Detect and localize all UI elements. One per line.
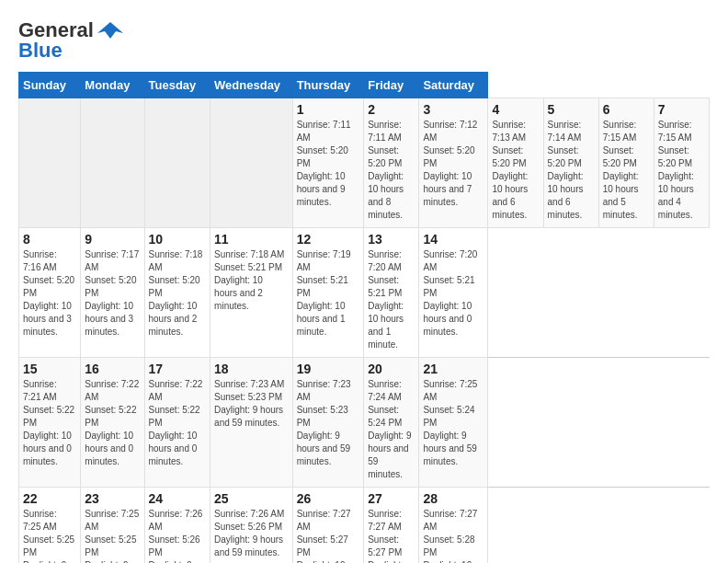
day-number: 14: [423, 232, 483, 247]
day-number: 21: [423, 362, 483, 376]
day-number: 9: [85, 232, 140, 247]
day-number: 26: [297, 491, 360, 506]
day-number: 17: [149, 362, 207, 376]
calendar-cell: 25 Sunrise: 7:26 AMSunset: 5:26 PMDaylig…: [210, 488, 293, 564]
day-number: 27: [368, 491, 415, 506]
calendar-week-row: 15 Sunrise: 7:21 AMSunset: 5:22 PMDaylig…: [19, 358, 710, 488]
day-number: 12: [297, 232, 360, 247]
svg-marker-0: [97, 22, 123, 39]
day-number: 3: [423, 102, 483, 117]
header-friday: Friday: [364, 73, 419, 98]
header-sunday: Sunday: [19, 73, 81, 98]
day-info: Sunrise: 7:13 AMSunset: 5:20 PMDaylight:…: [492, 119, 539, 222]
day-info: Sunrise: 7:20 AMSunset: 5:21 PMDaylight:…: [423, 248, 483, 339]
header-thursday: Thursday: [292, 73, 364, 98]
calendar-cell: 11 Sunrise: 7:18 AMSunset: 5:21 PMDaylig…: [210, 228, 293, 358]
calendar-cell: 10 Sunrise: 7:18 AMSunset: 5:20 PMDaylig…: [144, 228, 210, 358]
calendar-cell: 26 Sunrise: 7:27 AMSunset: 5:27 PMDaylig…: [292, 488, 364, 564]
calendar-header-row: SundayMondayTuesdayWednesdayThursdayFrid…: [19, 73, 710, 98]
day-number: 18: [214, 362, 289, 376]
day-number: 1: [297, 102, 360, 117]
header-wednesday: Wednesday: [210, 73, 293, 98]
day-number: 13: [368, 232, 415, 247]
calendar-cell: 6 Sunrise: 7:15 AMSunset: 5:20 PMDayligh…: [598, 98, 654, 228]
page-header: General Blue: [18, 18, 710, 63]
calendar-cell: 13 Sunrise: 7:20 AMSunset: 5:21 PMDaylig…: [364, 228, 419, 358]
day-info: Sunrise: 7:23 AMSunset: 5:23 PMDaylight:…: [214, 378, 289, 430]
day-info: Sunrise: 7:24 AMSunset: 5:24 PMDaylight:…: [368, 378, 415, 481]
day-info: Sunrise: 7:22 AMSunset: 5:22 PMDaylight:…: [85, 378, 140, 468]
calendar-cell: 24 Sunrise: 7:26 AMSunset: 5:26 PMDaylig…: [144, 488, 210, 564]
calendar-cell: 7 Sunrise: 7:15 AMSunset: 5:20 PMDayligh…: [654, 98, 709, 228]
calendar-cell: [210, 98, 293, 228]
calendar-cell: 22 Sunrise: 7:25 AMSunset: 5:25 PMDaylig…: [19, 488, 81, 564]
day-info: Sunrise: 7:11 AMSunset: 5:20 PMDaylight:…: [297, 119, 360, 209]
calendar-cell: 2 Sunrise: 7:11 AMSunset: 5:20 PMDayligh…: [364, 98, 419, 228]
day-info: Sunrise: 7:27 AMSunset: 5:27 PMDaylight:…: [297, 508, 360, 563]
day-number: 7: [658, 102, 705, 117]
calendar-cell: 14 Sunrise: 7:20 AMSunset: 5:21 PMDaylig…: [419, 228, 488, 358]
calendar-week-row: 1 Sunrise: 7:11 AMSunset: 5:20 PMDayligh…: [19, 98, 710, 228]
calendar-cell: 9 Sunrise: 7:17 AMSunset: 5:20 PMDayligh…: [81, 228, 144, 358]
calendar-cell: 28 Sunrise: 7:27 AMSunset: 5:28 PMDaylig…: [419, 488, 488, 564]
day-number: 20: [368, 362, 415, 376]
calendar-week-row: 22 Sunrise: 7:25 AMSunset: 5:25 PMDaylig…: [19, 488, 710, 564]
day-number: 4: [492, 102, 539, 117]
day-info: Sunrise: 7:25 AMSunset: 5:25 PMDaylight:…: [85, 508, 140, 563]
calendar-cell: 17 Sunrise: 7:22 AMSunset: 5:22 PMDaylig…: [144, 358, 210, 488]
day-info: Sunrise: 7:25 AMSunset: 5:25 PMDaylight:…: [23, 508, 76, 563]
calendar-cell: 1 Sunrise: 7:11 AMSunset: 5:20 PMDayligh…: [292, 98, 364, 228]
day-number: 5: [548, 102, 595, 117]
day-number: 11: [214, 232, 289, 247]
header-monday: Monday: [81, 73, 144, 98]
calendar-cell: 18 Sunrise: 7:23 AMSunset: 5:23 PMDaylig…: [210, 358, 293, 488]
calendar-cell: 12 Sunrise: 7:19 AMSunset: 5:21 PMDaylig…: [292, 228, 364, 358]
day-info: Sunrise: 7:15 AMSunset: 5:20 PMDaylight:…: [603, 119, 650, 222]
day-info: Sunrise: 7:16 AMSunset: 5:20 PMDaylight:…: [23, 248, 76, 339]
day-number: 23: [85, 491, 140, 506]
day-info: Sunrise: 7:14 AMSunset: 5:20 PMDaylight:…: [548, 119, 595, 222]
day-number: 15: [23, 362, 76, 376]
day-number: 8: [23, 232, 76, 247]
day-info: Sunrise: 7:20 AMSunset: 5:21 PMDaylight:…: [368, 248, 415, 351]
calendar-cell: [19, 98, 81, 228]
day-info: Sunrise: 7:22 AMSunset: 5:22 PMDaylight:…: [149, 378, 207, 468]
day-number: 10: [149, 232, 207, 247]
day-number: 28: [423, 491, 483, 506]
calendar-cell: 4 Sunrise: 7:13 AMSunset: 5:20 PMDayligh…: [488, 98, 543, 228]
calendar-cell: [144, 98, 210, 228]
day-number: 22: [23, 491, 76, 506]
logo: General Blue: [18, 18, 123, 63]
day-info: Sunrise: 7:19 AMSunset: 5:21 PMDaylight:…: [297, 248, 360, 339]
day-number: 19: [297, 362, 360, 376]
calendar-week-row: 8 Sunrise: 7:16 AMSunset: 5:20 PMDayligh…: [19, 228, 710, 358]
calendar-cell: 20 Sunrise: 7:24 AMSunset: 5:24 PMDaylig…: [364, 358, 419, 488]
header-saturday: Saturday: [419, 73, 488, 98]
day-number: 25: [214, 491, 289, 506]
day-info: Sunrise: 7:27 AMSunset: 5:27 PMDaylight:…: [368, 508, 415, 563]
day-info: Sunrise: 7:23 AMSunset: 5:23 PMDaylight:…: [297, 378, 360, 468]
calendar-cell: 5 Sunrise: 7:14 AMSunset: 5:20 PMDayligh…: [543, 98, 598, 228]
day-info: Sunrise: 7:21 AMSunset: 5:22 PMDaylight:…: [23, 378, 76, 468]
calendar-cell: 3 Sunrise: 7:12 AMSunset: 5:20 PMDayligh…: [419, 98, 488, 228]
calendar-table: SundayMondayTuesdayWednesdayThursdayFrid…: [18, 72, 710, 563]
logo-blue: Blue: [18, 39, 63, 63]
day-info: Sunrise: 7:17 AMSunset: 5:20 PMDaylight:…: [85, 248, 140, 339]
day-info: Sunrise: 7:11 AMSunset: 5:20 PMDaylight:…: [368, 119, 415, 222]
day-info: Sunrise: 7:18 AMSunset: 5:20 PMDaylight:…: [149, 248, 207, 339]
day-info: Sunrise: 7:18 AMSunset: 5:21 PMDaylight:…: [214, 248, 289, 313]
day-number: 16: [85, 362, 140, 376]
logo-bird-icon: [97, 20, 123, 40]
calendar-cell: 8 Sunrise: 7:16 AMSunset: 5:20 PMDayligh…: [19, 228, 81, 358]
day-info: Sunrise: 7:12 AMSunset: 5:20 PMDaylight:…: [423, 119, 483, 209]
day-number: 2: [368, 102, 415, 117]
day-number: 6: [603, 102, 650, 117]
calendar-cell: 15 Sunrise: 7:21 AMSunset: 5:22 PMDaylig…: [19, 358, 81, 488]
day-number: 24: [149, 491, 207, 506]
calendar-cell: [81, 98, 144, 228]
day-info: Sunrise: 7:15 AMSunset: 5:20 PMDaylight:…: [658, 119, 705, 222]
header-tuesday: Tuesday: [144, 73, 210, 98]
calendar-cell: 19 Sunrise: 7:23 AMSunset: 5:23 PMDaylig…: [292, 358, 364, 488]
calendar-cell: 23 Sunrise: 7:25 AMSunset: 5:25 PMDaylig…: [81, 488, 144, 564]
day-info: Sunrise: 7:26 AMSunset: 5:26 PMDaylight:…: [149, 508, 207, 563]
